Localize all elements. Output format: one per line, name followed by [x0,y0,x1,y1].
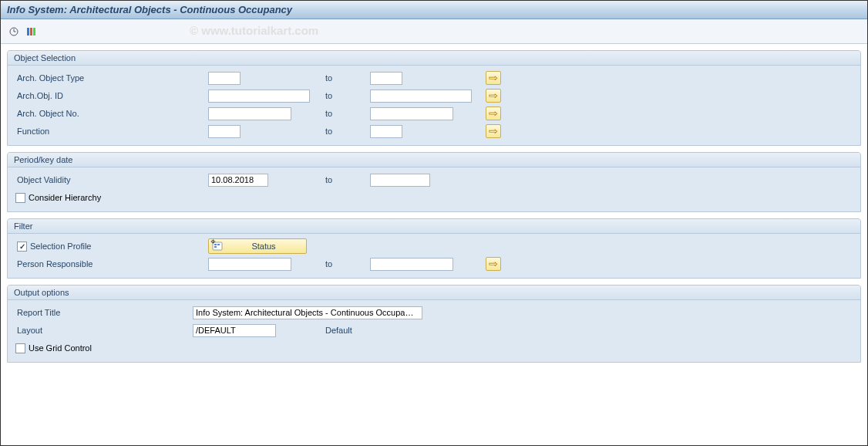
field-label: Layout [15,326,193,335]
to-label: to [316,91,370,100]
person-responsible-from-input[interactable] [208,258,291,271]
group-object-selection: Object Selection Arch. Object Type to Ar… [7,50,861,146]
multiple-selection-button[interactable] [486,106,501,120]
field-label: Arch.Obj. ID [15,91,208,100]
arch-object-type-from-input[interactable] [208,72,241,85]
to-label: to [316,127,370,136]
columns-icon [25,26,36,37]
svg-rect-4 [30,28,32,35]
row-arch-object-no: Arch. Object No. to [15,105,853,122]
function-to-input[interactable] [370,125,402,138]
consider-hierarchy-checkbox[interactable] [15,193,25,203]
status-button[interactable]: ⌖ Status [208,238,307,254]
title-bar: Info System: Architectural Objects - Con… [1,1,867,19]
to-label: to [316,259,370,269]
group-body: Report Title Layout Default Use Grid Con… [8,300,860,362]
row-use-grid: Use Grid Control [15,340,853,356]
to-label: to [316,175,370,184]
arch-object-type-to-input[interactable] [370,72,402,85]
field-label: Object Validity [15,175,208,184]
to-label: to [316,73,370,83]
field-label: Arch. Object No. [15,109,208,118]
group-header: Filter [8,219,860,234]
svg-rect-6 [213,242,222,250]
group-filter: Filter Selection Profile ⌖ Status [7,218,861,279]
function-from-input[interactable] [208,125,241,138]
page-title: Info System: Architectural Objects - Con… [7,4,292,15]
row-arch-object-type: Arch. Object Type to [15,69,853,86]
arch-object-no-from-input[interactable] [208,107,291,120]
row-report-title: Report Title [15,304,853,321]
object-validity-to-input[interactable] [370,174,430,187]
svg-rect-8 [214,246,217,248]
row-person-responsible: Person Responsible to [15,255,853,272]
person-responsible-to-input[interactable] [370,258,453,271]
execute-button[interactable] [7,25,21,39]
report-title-input[interactable] [193,306,422,319]
checkbox-label: Selection Profile [30,242,92,251]
use-grid-control-checkbox[interactable] [15,343,25,353]
multiple-selection-button[interactable] [486,257,501,271]
svg-rect-5 [33,28,35,35]
arch-obj-id-to-input[interactable] [370,90,472,103]
multiple-selection-button[interactable] [486,89,501,103]
watermark-text: © www.tutorialkart.com [190,24,318,37]
toolbar: © www.tutorialkart.com [1,19,867,44]
arch-obj-id-from-input[interactable] [208,90,310,103]
group-body: Object Validity to Consider Hierarchy [8,167,860,211]
content-area: Object Selection Arch. Object Type to Ar… [1,44,867,375]
group-header: Object Selection [8,51,860,66]
clock-execute-icon [8,26,19,37]
selection-profile-checkbox[interactable] [17,242,27,252]
group-output-options: Output options Report Title Layout Defau… [7,285,861,363]
multiple-selection-button[interactable] [486,124,501,138]
status-icon [210,240,224,252]
group-header: Period/key date [8,153,860,167]
layout-input[interactable] [193,324,276,337]
row-layout: Layout Default [15,322,853,339]
checkbox-label: Consider Hierarchy [29,193,101,202]
group-period-key-date: Period/key date Object Validity to Consi… [7,152,861,212]
variants-button[interactable] [24,25,38,39]
row-function: Function to [15,123,853,140]
checkbox-label: Use Grid Control [29,343,92,353]
status-button-label: Status [229,242,298,251]
group-body: Arch. Object Type to Arch.Obj. ID to Arc… [8,66,860,145]
row-selection-profile: Selection Profile ⌖ Status [15,238,853,255]
svg-rect-9 [217,244,220,245]
svg-rect-3 [27,28,29,35]
row-arch-obj-id: Arch.Obj. ID to [15,87,853,104]
field-label: Arch. Object Type [15,73,208,83]
object-validity-from-input[interactable] [208,174,268,187]
row-consider-hierarchy: Consider Hierarchy [15,189,853,206]
layout-description: Default [316,326,352,335]
group-body: Selection Profile ⌖ Status Person Respon… [8,234,860,278]
row-object-validity: Object Validity to [15,171,853,188]
field-label: Person Responsible [15,259,208,269]
multiple-selection-button[interactable] [486,71,501,85]
group-header: Output options [8,286,860,300]
field-label: Report Title [15,308,193,317]
to-label: to [316,109,370,118]
field-label: Function [15,127,208,136]
svg-rect-7 [214,244,217,245]
arch-object-no-to-input[interactable] [370,107,453,120]
